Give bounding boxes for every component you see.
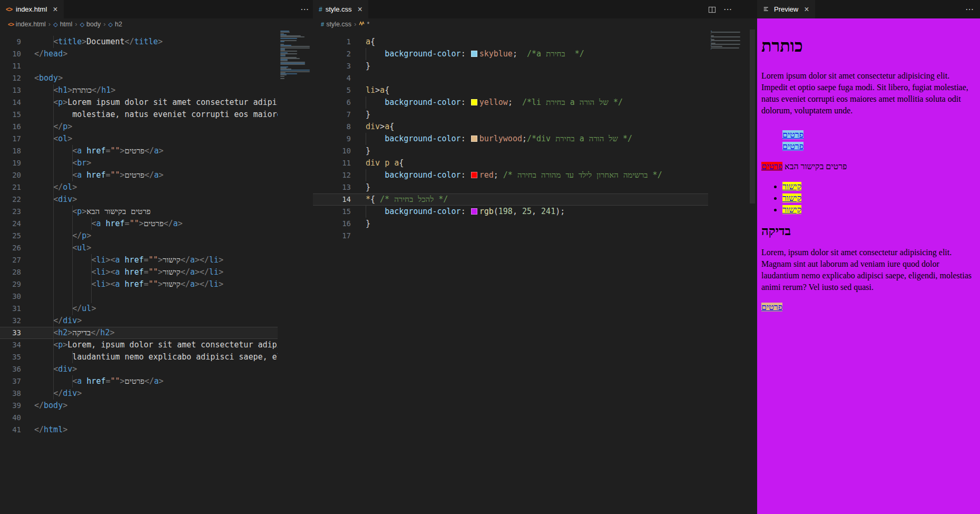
line-number: 18	[0, 145, 34, 157]
more-actions-icon[interactable]: ⋯	[300, 4, 309, 14]
code-line[interactable]: 7}	[313, 109, 708, 121]
code-line[interactable]: 28 <li><a href="">קישור</a></li>	[0, 266, 278, 278]
color-swatch[interactable]	[471, 51, 477, 57]
tab-preview[interactable]: Preview ×	[757, 0, 815, 18]
details-link-burlywood[interactable]: פרטים	[761, 303, 782, 312]
code-line[interactable]: 1a{	[313, 36, 708, 48]
code-lines[interactable]: 9 <title>Document</title>10</head>1112<b…	[0, 36, 278, 436]
line-number: 17	[313, 230, 366, 242]
code-line[interactable]: 38 </div>	[0, 387, 278, 400]
code-line[interactable]: 2 background-color: skyblue; /*a בחירת *…	[313, 48, 708, 60]
code-editor[interactable]: 1a{2 background-color: skyblue; /*a בחיר…	[313, 30, 757, 514]
chevron-right-icon: ›	[103, 20, 105, 28]
code-line[interactable]: 8div>a{	[313, 121, 708, 133]
code-line[interactable]: 19 <br>	[0, 157, 278, 169]
code-line[interactable]: 16}	[313, 218, 708, 230]
close-icon[interactable]: ×	[804, 5, 809, 14]
close-icon[interactable]: ×	[358, 5, 362, 14]
code-line[interactable]: 37 <a href="">פרטים</a>	[0, 375, 278, 387]
code-line[interactable]: 20 <a href="">פרטים</a>	[0, 169, 278, 181]
tab-label: index.html	[16, 5, 47, 13]
minimap[interactable]	[279, 30, 312, 514]
tab-style-css[interactable]: # style.css ×	[313, 0, 368, 18]
tab-index-html[interactable]: <> index.html ×	[0, 0, 64, 18]
code-line[interactable]: 41</html>	[0, 424, 278, 436]
chevron-right-icon: ›	[354, 20, 356, 28]
code-lines[interactable]: 1a{2 background-color: skyblue; /*a בחיר…	[313, 36, 708, 242]
code-line[interactable]: 36 <div>	[0, 363, 278, 375]
code-line[interactable]: 24 <a href="">פרטים</a>	[0, 218, 278, 230]
code-line[interactable]: 12 background-color: red; /* ברשימה האחר…	[313, 169, 708, 181]
link-yellow[interactable]: קישור	[782, 205, 801, 214]
code-line[interactable]: 17	[313, 230, 708, 242]
code-line[interactable]: 18 <a href="">פרטים</a>	[0, 145, 278, 157]
code-line[interactable]: 23 <p>פרטים בקישור הבא	[0, 206, 278, 218]
breadcrumb-item-indexhtml[interactable]: <>index.html	[8, 21, 46, 28]
more-actions-icon[interactable]: ⋯	[965, 4, 974, 14]
code-line[interactable]: 9 background-color: burlywood;/*div בחיר…	[313, 133, 708, 145]
details-link-red[interactable]: פרטים	[761, 162, 782, 171]
code-line[interactable]: 27 <li><a href="">קישור</a></li>	[0, 254, 278, 266]
code-line[interactable]: 15 background-color: rgb(198, 25, 241);	[313, 206, 708, 218]
code-line[interactable]: 14 <p>Lorem ipsum dolor sit amet consect…	[0, 96, 278, 109]
code-line[interactable]: 21 </ol>	[0, 181, 278, 193]
code-line[interactable]: 35 laudantium nemo explicabo adipisci sa…	[0, 351, 278, 363]
code-line[interactable]: 13 <h1>כותרת</h1>	[0, 84, 278, 96]
details-link-skyblue[interactable]: פרטים	[782, 142, 803, 151]
color-swatch[interactable]	[471, 135, 477, 142]
code-line[interactable]: 22 <div>	[0, 193, 278, 206]
breadcrumb-item-html[interactable]: ◇html	[53, 21, 72, 28]
code-line[interactable]: 25 </p>	[0, 230, 278, 242]
code-line[interactable]: 34 <p>Lorem, ipsum dolor sit amet consec…	[0, 339, 278, 351]
more-actions-icon[interactable]: ⋯	[723, 4, 732, 14]
content-div: פרטים	[761, 302, 976, 313]
color-swatch[interactable]	[471, 172, 477, 178]
close-icon[interactable]: ×	[53, 5, 57, 14]
line-number: 8	[313, 121, 366, 133]
scrollbar[interactable]	[749, 30, 756, 514]
code-line[interactable]: 15 molestiae, natus eveniet corrupti eos…	[0, 109, 278, 121]
code-line[interactable]: 11div p a{	[313, 157, 708, 169]
color-swatch[interactable]	[471, 208, 477, 215]
code-line[interactable]: 14*{ /* להכל בחירה */	[313, 193, 708, 206]
breadcrumb-item-[interactable]: *	[359, 21, 369, 28]
minimap[interactable]	[710, 30, 747, 514]
code-line[interactable]: 26 <ul>	[0, 242, 278, 254]
line-number: 23	[0, 206, 34, 218]
line-number: 13	[313, 181, 366, 193]
code-line[interactable]: 13}	[313, 181, 708, 193]
code-line[interactable]: 12<body>	[0, 72, 278, 84]
details-link-skyblue[interactable]: פרטים	[782, 130, 803, 139]
code-line[interactable]: 17 <ol>	[0, 133, 278, 145]
symbol-cube-icon: ◇	[53, 21, 57, 27]
breadcrumb-item-stylecss[interactable]: #style.css	[321, 21, 351, 28]
code-line[interactable]: 6 background-color: yellow; /*li בחירת a…	[313, 96, 708, 109]
code-line[interactable]: 11	[0, 60, 278, 72]
code-line[interactable]: 4	[313, 72, 708, 84]
code-line[interactable]: 9 <title>Document</title>	[0, 36, 278, 48]
code-line[interactable]: 5li>a{	[313, 84, 708, 96]
breadcrumb-item-h2[interactable]: ◇h2	[109, 21, 122, 28]
code-line[interactable]: 10</head>	[0, 48, 278, 60]
code-line[interactable]: 10}	[313, 145, 708, 157]
code-line[interactable]: 16 </p>	[0, 121, 278, 133]
link-yellow[interactable]: קישור	[782, 182, 801, 191]
list-item: קישור	[782, 192, 976, 204]
split-editor-icon[interactable]	[708, 5, 716, 14]
code-line[interactable]: 32 </div>	[0, 315, 278, 327]
code-editor[interactable]: 9 <title>Document</title>10</head>1112<b…	[0, 30, 313, 514]
line-number: 3	[313, 60, 366, 72]
code-line[interactable]: 30	[0, 290, 278, 303]
breadcrumb-item-body[interactable]: ◇body	[80, 21, 101, 28]
chevron-right-icon: ›	[75, 20, 77, 28]
code-line[interactable]: 39</body>	[0, 400, 278, 412]
color-swatch[interactable]	[471, 99, 477, 105]
code-line[interactable]: 33 <h2>בדיקה</h2>	[0, 327, 278, 339]
link-yellow[interactable]: קישור	[782, 193, 801, 202]
code-line[interactable]: 40	[0, 412, 278, 424]
code-line[interactable]: 3}	[313, 60, 708, 72]
code-line[interactable]: 29 <li><a href="">קישור</a></li>	[0, 278, 278, 290]
line-number: 25	[0, 230, 34, 242]
code-line[interactable]: 31 </ul>	[0, 303, 278, 315]
preview-pane: Preview × ⋯ כותרת Lorem ipsum dolor sit …	[757, 0, 980, 514]
